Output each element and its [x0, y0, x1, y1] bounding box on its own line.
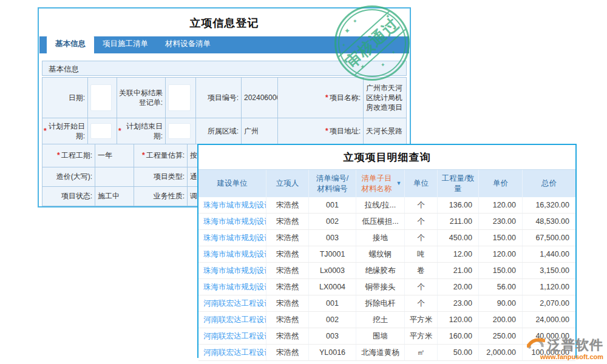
form1-value-r1c1[interactable] — [166, 118, 196, 144]
tab-material-equipment-list[interactable]: 材料设备清单 — [157, 35, 219, 53]
vendor-watermark: 泛普软件 www.fanpusoft.com — [527, 336, 603, 360]
form1-value-r0c2: 2024060002 — [242, 78, 278, 118]
cell-company[interactable]: 河南联宏达工程设计 — [198, 328, 266, 344]
field-label: 项目编号: — [208, 93, 239, 103]
cell-item-name: 螺纹钢 — [356, 246, 405, 262]
column-header-3[interactable]: 清单子目材料名称▼ — [356, 170, 405, 197]
form2-label-r0c0: *工程工期: — [42, 144, 95, 167]
basic-info-form-top: 日期:关联中标结果登记单:项目编号:2024060002*项目名称:广州市天河区… — [42, 77, 407, 144]
cell-company[interactable]: 河南联宏达工程设计 — [198, 312, 266, 328]
table-row[interactable]: 河南联宏达工程设计宋浩然003围墙平方米160.00250.0040,000.0… — [198, 328, 575, 345]
column-header-1[interactable]: 立项人 — [266, 170, 309, 197]
detail-query-table: 建设单位立项人清单编号/材料编号清单子目材料名称▼单位工程量/数量单价总价 珠海… — [198, 169, 575, 361]
table-row[interactable]: 珠海市城市规划设计宋浩然001拉线/拉...个136.00120.0016,32… — [198, 197, 575, 214]
cell-company[interactable]: 珠海市城市规划设计 — [198, 230, 266, 246]
text-input[interactable] — [90, 84, 112, 110]
cell-unit: 个 — [405, 279, 438, 295]
form2-label-r2c0: 项目状态: — [42, 187, 95, 206]
field-value: 施工中 — [98, 191, 120, 201]
cell-item-name: 低压横担... — [356, 214, 405, 229]
cell-unit-price: 250.00 — [479, 328, 523, 344]
cell-quantity: 50.00 — [438, 345, 479, 360]
cell-company[interactable]: 珠海市城市规划设计 — [198, 197, 266, 213]
cell-company[interactable]: 珠海市城市规划设计 — [198, 263, 266, 278]
cell-initiator: 宋浩然 — [266, 279, 309, 295]
cell-unit: 卷 — [405, 263, 438, 278]
cell-unit-price: 56.00 — [479, 279, 523, 295]
field-label: 关联中标结果登记单: — [118, 88, 163, 107]
sort-dropdown-icon[interactable]: ▼ — [396, 180, 402, 187]
cell-initiator: 宋浩然 — [266, 345, 309, 360]
cell-unit: 个 — [405, 197, 438, 213]
table-row[interactable]: 珠海市城市规划设计宋浩然LX0004铜带接头个20.0056.001,120.0… — [198, 279, 575, 295]
field-value: 一年 — [98, 150, 112, 160]
table-row[interactable]: 河南联宏达工程设计宋浩然YL0016北海道黄杨㎡50.002,000.00100… — [198, 345, 575, 361]
field-label: 计划开始日期: — [48, 121, 85, 141]
column-header-2[interactable]: 清单编号/材料编号 — [309, 170, 356, 197]
column-header-4[interactable]: 单位 — [405, 170, 438, 197]
table-row[interactable]: 珠海市城市规划设计宋浩然003接地个450.00150.0067,500.00 — [198, 230, 575, 246]
cell-item-name: 挖土 — [356, 312, 405, 328]
column-header-7[interactable]: 总价 — [523, 170, 575, 197]
cell-company[interactable]: 珠海市城市规划设计 — [198, 246, 266, 262]
form1-label-r1c3: *项目地址: — [278, 118, 364, 144]
cell-company[interactable]: 河南联宏达工程设计 — [198, 295, 266, 311]
cell-company[interactable]: 河南联宏达工程设计 — [198, 345, 266, 360]
cell-company[interactable]: 珠海市城市规划设计 — [198, 214, 266, 229]
cell-item-name: 铜带接头 — [356, 279, 405, 295]
column-header-0[interactable]: 建设单位 — [198, 170, 266, 197]
field-label: 项目名称: — [330, 93, 361, 103]
field-value: 广州 — [244, 126, 259, 136]
detail-table-header: 建设单位立项人清单编号/材料编号清单子目材料名称▼单位工程量/数量单价总价 — [198, 169, 575, 197]
column-header-6[interactable]: 单价 — [479, 170, 523, 197]
field-value: 调 — [190, 191, 197, 201]
field-label: 造价(大写): — [56, 172, 92, 181]
form2-label-r0c1: *工程量估算: — [134, 144, 188, 167]
cell-item-name: 接地 — [356, 230, 405, 246]
column-header-label: 建设单位 — [217, 178, 248, 188]
table-row[interactable]: 珠海市城市规划设计宋浩然002低压横担...个211.00230.0048,53… — [198, 214, 575, 230]
cell-item-code: 001 — [309, 197, 356, 213]
form2-label-r1c0: 造价(大写): — [42, 167, 95, 187]
cell-quantity: 211.00 — [438, 214, 479, 229]
form1-value-r0c0[interactable] — [88, 78, 117, 118]
form1-label-r0c3: *项目名称: — [278, 78, 364, 118]
field-label: 项目状态: — [61, 191, 92, 201]
field-label: 业务性质: — [154, 191, 185, 201]
cell-company[interactable]: 珠海市城市规划设计 — [198, 279, 266, 295]
vendor-brand-name: 泛普软件 — [548, 336, 603, 354]
cell-initiator: 宋浩然 — [266, 197, 309, 213]
cell-total-price: 48,530.00 — [523, 214, 575, 229]
tab-basic-info[interactable]: 基本信息 — [47, 35, 94, 53]
cell-initiator: 宋浩然 — [266, 214, 309, 229]
table-row[interactable]: 珠海市城市规划设计宋浩然TJ0001螺纹钢吨12.00120.001,440.0… — [198, 246, 575, 263]
tab-construction-list[interactable]: 项目施工清单 — [94, 35, 157, 53]
form1-label-r1c1: *计划结束日期: — [117, 118, 166, 144]
text-input[interactable] — [168, 84, 191, 110]
basic-info-section-header: 基本信息 — [42, 61, 407, 76]
table-row[interactable]: 河南联宏达工程设计宋浩然001拆除电杆个23.0090.002,070.00 — [198, 295, 575, 312]
cell-total-price: 24,000.00 — [523, 312, 575, 328]
column-header-5[interactable]: 工程量/数量 — [438, 170, 479, 197]
form2-label-r1c1: 项目类型: — [134, 167, 188, 187]
cell-unit-price: 150.00 — [479, 230, 523, 246]
cell-item-code: YL0016 — [309, 345, 356, 360]
form1-value-r1c0[interactable] — [88, 118, 117, 144]
table-row[interactable]: 河南联宏达工程设计宋浩然002挖土平方米120.00200.0024,000.0… — [198, 312, 575, 328]
field-value: 广州市天河区统计局机房改造项目 — [366, 83, 404, 113]
form2-value-r2c0: 施工中 — [95, 187, 134, 206]
detail-query-title: 立项项目明细查询 — [198, 145, 575, 169]
registration-tabbar: 基本信息项目施工清单材料设备清单 — [39, 36, 409, 53]
required-marker: * — [44, 126, 47, 136]
table-row[interactable]: 珠海市城市规划设计宋浩然Lx0003绝缘胶布卷21.00150.003,150.… — [198, 263, 575, 279]
text-input[interactable] — [90, 123, 112, 140]
cell-unit: 个 — [405, 214, 438, 229]
cell-item-code: 003 — [309, 230, 356, 246]
form1-value-r0c1[interactable] — [166, 78, 196, 118]
field-label: 计划结束日期: — [123, 121, 163, 141]
cell-quantity: 160.00 — [438, 328, 479, 344]
cell-quantity: 136.00 — [438, 197, 479, 213]
cell-quantity: 12.00 — [438, 246, 479, 262]
text-input[interactable] — [168, 123, 191, 140]
cell-unit-price: 200.00 — [479, 312, 523, 328]
